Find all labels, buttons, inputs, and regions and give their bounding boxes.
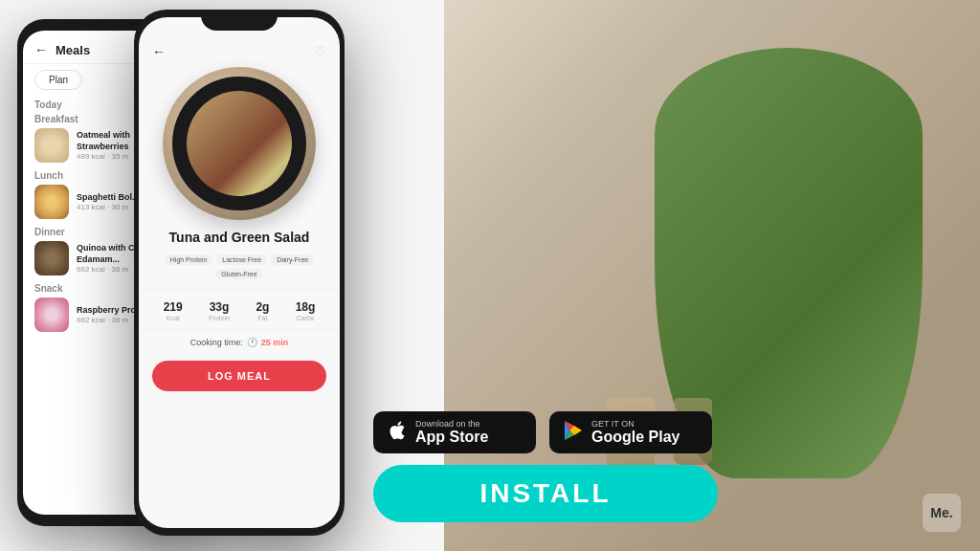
googleplay-text: GET IT ON Google Play [591,419,679,446]
googleplay-button[interactable]: GET IT ON Google Play [549,411,712,453]
appstore-large-text: App Store [415,429,488,446]
nutr-kcal: 219 Kcal [164,298,183,321]
meal-thumb-oatmeal [34,128,69,163]
detail-back-icon[interactable]: ← [152,44,166,59]
nutr-fat-value: 2g [256,300,269,314]
tag-lactose-free: Lactose Free [216,254,267,265]
nutr-protein: 33g Protein [209,298,230,321]
nutr-fat-label: Fat [256,315,269,321]
meal-thumb-quinoa [34,241,69,276]
meals-screen-title: Meals [56,43,90,57]
detail-heart-icon[interactable]: ♡ [314,44,326,59]
nutr-kcal-value: 219 [164,300,183,314]
tag-high-protein: High Protein [165,254,213,265]
appstore-small-text: Download on the [415,419,488,429]
phone-front-screen: ← ♡ Tuna and Green Salad High Protein La… [139,17,340,528]
cooking-time: Cooking time: 🕐 25 min [139,330,340,355]
tag-dairy-free: Dairy-Free [271,254,314,265]
googleplay-large-text: Google Play [591,429,679,446]
plan-button[interactable]: Plan [34,70,82,90]
food-title: Tuna and Green Salad [139,230,340,254]
apple-icon [387,420,408,445]
me-logo: Me. [923,494,961,532]
appstore-text: Download on the App Store [415,419,488,446]
log-meal-button[interactable]: LOG MEAL [152,361,326,391]
food-plate [172,77,306,210]
install-button[interactable]: INSTALL [373,465,718,522]
nutr-kcal-label: Kcal [164,315,183,321]
cooking-time-label: Cooking time: [190,338,243,347]
tags-row: High Protein Lactose Free Dairy-Free Glu… [139,254,340,289]
meal-thumb-spaghetti [34,185,69,219]
nutr-carbs: 18g Carbs [296,298,316,321]
phone-notch [201,10,278,31]
nutr-carbs-value: 18g [296,300,316,314]
nutr-protein-label: Protein [209,315,230,321]
clock-icon: 🕐 [247,338,257,347]
meal-thumb-raspberry [34,298,69,332]
download-area: Download on the App Store GET IT ON Goog… [373,411,718,522]
back-arrow-icon[interactable]: ← [34,42,48,57]
tag-gluten-free: Gluten-Free [215,269,262,279]
cooking-time-value: 25 min [261,338,289,347]
phone-front-mockup: ← ♡ Tuna and Green Salad High Protein La… [134,10,345,536]
nutr-carbs-label: Carbs [296,315,316,321]
nutrition-row: 219 Kcal 33g Protein 2g Fat 18g Carbs [139,289,340,330]
appstore-button[interactable]: Download on the App Store [373,411,536,453]
nutr-protein-value: 33g [210,300,230,314]
store-buttons: Download on the App Store GET IT ON Goog… [373,411,718,453]
googleplay-small-text: GET IT ON [591,419,679,429]
googleplay-icon [563,420,584,445]
nutr-fat: 2g Fat [256,298,269,321]
food-image [163,67,316,220]
